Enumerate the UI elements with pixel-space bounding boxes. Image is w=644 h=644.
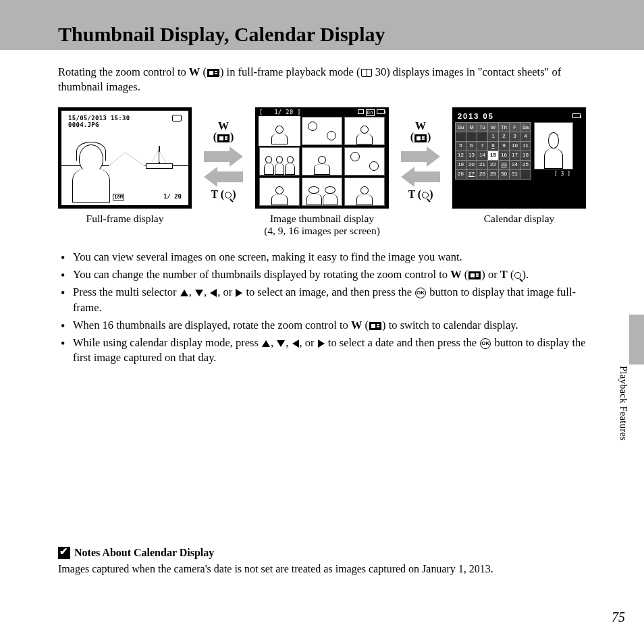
left-arrow-icon [292,340,299,348]
full-frame-screen: 15/05/2013 15:30 0004.JPG 16M1/ 20 [58,107,192,209]
thumbnail-caption: Image thumbnail display (4, 9, 16 images… [264,213,380,238]
notes-body: Images captured when the camera's date i… [58,563,586,575]
bullet-5: While using calendar display mode, press… [73,336,586,366]
w-label-arrows-2: W() [410,121,431,144]
notes-section: Notes About Calendar Display Images capt… [58,547,586,575]
bullet-4: When 16 thumbnails are displayed, rotate… [73,318,586,333]
battery-icon [172,115,182,122]
calendar-screen: 2013 05 SuMTuWThFSa123456789101112131415… [452,107,586,209]
full-frame-figure: 15/05/2013 15:30 0004.JPG 16M1/ 20 Full-… [58,107,192,225]
page-title: Thumbnail Display, Calendar Display [58,23,385,46]
w-label-arrows: W() [213,121,234,144]
up-arrow-icon [180,290,188,296]
ok-button-icon: OK [415,288,426,298]
calendar-preview [534,122,573,169]
notes-title: Notes About Calendar Display [58,547,586,559]
arrows-2: W() T () [401,107,440,202]
intro-paragraph: Rotating the zoom control to W () in ful… [58,65,586,95]
up-arrow-icon [262,340,270,347]
figures-row: 15/05/2013 15:30 0004.JPG 16M1/ 20 Full-… [58,107,586,238]
contact-sheet-icon [217,134,230,142]
magnify-icon [225,192,232,198]
bullet-3: Press the multi selector , , , or to sel… [73,285,586,315]
arrow-left-icon [401,169,440,185]
intro-text: Rotating the zoom control to [58,65,189,78]
note-check-icon [58,547,70,559]
arrow-right-icon [204,149,243,165]
arrow-right-icon [401,149,440,165]
ok-button-icon: OK [480,338,491,349]
calendar-caption: Calendar display [484,213,555,225]
thumb-status-icons: On [358,109,385,116]
bullet-1: You can view several images on one scree… [73,250,586,265]
manual-ref-icon [361,69,372,77]
down-arrow-icon [195,290,203,296]
t-label-arrows-2: T () [408,189,433,200]
contact-sheet-icon [369,322,381,330]
contact-sheet-icon [468,271,481,279]
content-area: Rotating the zoom control to W () in ful… [0,50,644,366]
counter-overlay: 16M1/ 20 [113,192,182,200]
calendar-figure: 2013 05 SuMTuWThFSa123456789101112131415… [452,107,586,225]
w-label: W [189,65,200,78]
battery-icon [572,113,581,118]
page-number: 75 [612,610,625,625]
calendar-table: SuMTuWThFSa12345678910111213141516171819… [455,122,531,180]
page-header: Thumbnail Display, Calendar Display [0,0,644,50]
thumb-counter: [ 1/ 20 ] [259,109,301,116]
arrow-left-icon [204,169,243,185]
calendar-title: 2013 05 [455,110,497,123]
left-arrow-icon [210,289,217,297]
timestamp-overlay: 15/05/2013 15:30 0004.JPG [68,115,130,130]
bullet-list: You can view several images on one scree… [58,250,586,366]
right-arrow-icon [318,340,325,348]
calendar-count: [ 3 ] [534,169,573,180]
intro-text-2: in full-frame playback mode ( [223,65,360,78]
magnify-icon [514,272,521,279]
contact-sheet-icon [414,134,427,142]
arrows-1: W() T () [204,107,243,202]
full-frame-caption: Full-frame display [86,213,164,225]
thumbnail-screen: [ 1/ 20 ] On [255,107,389,209]
down-arrow-icon [277,340,285,347]
thumbnail-figure: [ 1/ 20 ] On Image thumbnail display [255,107,389,238]
side-tab [629,315,644,365]
section-label: Playback Features [618,366,629,441]
bullet-2: You can change the number of thumbnails … [73,267,586,282]
t-label-arrows: T () [211,189,236,200]
right-arrow-icon [236,289,242,297]
magnify-icon [422,192,429,198]
contact-sheet-icon [207,69,219,77]
